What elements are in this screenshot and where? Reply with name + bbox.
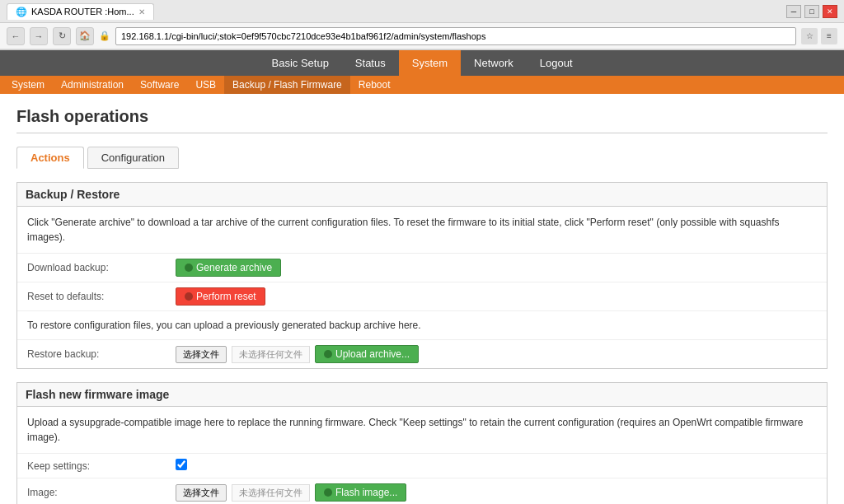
url-input[interactable] [115, 27, 796, 45]
title-bar-left: 🌐 KASDA ROUTER :Hom... ✕ [7, 3, 154, 20]
restore-backup-action: 选择文件 未选择任何文件 Upload archive... [166, 340, 827, 368]
browser-tab[interactable]: 🌐 KASDA ROUTER :Hom... ✕ [7, 3, 154, 20]
nav-status[interactable]: Status [342, 50, 399, 76]
generate-archive-button[interactable]: Generate archive [176, 259, 281, 277]
router-ui: Basic Setup Status System Network Logout… [0, 50, 844, 504]
browser-chrome: 🌐 KASDA ROUTER :Hom... ✕ ─ □ ✕ ← → ↻ 🏠 🔒… [0, 0, 844, 50]
restore-file-choose-button[interactable]: 选择文件 [176, 346, 227, 363]
image-file-label: 未选择任何文件 [232, 484, 310, 502]
back-button[interactable]: ← [7, 27, 25, 45]
title-bar: 🌐 KASDA ROUTER :Hom... ✕ ─ □ ✕ [0, 0, 844, 23]
content-area: Flash operations Actions Configuration B… [0, 94, 844, 504]
sub-nav: System Administration Software USB Backu… [0, 76, 844, 94]
download-backup-label: Download backup: [17, 254, 166, 282]
maximize-button[interactable]: □ [804, 5, 819, 18]
nav-logout[interactable]: Logout [527, 50, 586, 76]
nav-basic-setup[interactable]: Basic Setup [258, 50, 341, 76]
backup-form-table: Download backup: Generate archive Reset … [17, 254, 827, 310]
image-file-choose-button[interactable]: 选择文件 [176, 484, 227, 502]
minimize-button[interactable]: ─ [786, 5, 801, 18]
lock-icon: 🔒 [99, 30, 110, 41]
tab-favicon: 🌐 [16, 7, 27, 17]
restore-backup-label: Restore backup: [17, 340, 166, 368]
image-label: Image: [17, 478, 166, 505]
image-action: 选择文件 未选择任何文件 Flash image... [166, 478, 827, 505]
tab-actions[interactable]: Actions [16, 147, 84, 169]
flash-section-content: Keep settings: Image: 选择文件 未选择任何文件 Flash… [17, 454, 827, 504]
subnav-usb[interactable]: USB [187, 76, 224, 94]
flash-image-button[interactable]: Flash image... [315, 483, 406, 502]
address-bar: ← → ↻ 🏠 🔒 ☆ ≡ [0, 23, 844, 49]
tab-close-icon[interactable]: ✕ [138, 7, 145, 16]
backup-restore-section: Backup / Restore Click "Generate archive… [16, 182, 828, 369]
keep-settings-checkbox[interactable] [176, 459, 187, 470]
restore-description: To restore configuration files, you can … [17, 310, 827, 340]
keep-settings-label: Keep settings: [17, 454, 166, 478]
home-button[interactable]: 🏠 [76, 27, 94, 45]
restore-file-input-area: 选择文件 未选择任何文件 Upload archive... [176, 345, 817, 363]
flash-section-desc: Upload a sysupgrade-compatible image her… [17, 407, 827, 454]
subnav-software[interactable]: Software [132, 76, 187, 94]
reset-defaults-action: Perform reset [166, 282, 827, 311]
subnav-administration[interactable]: Administration [53, 76, 132, 94]
nav-system[interactable]: System [399, 50, 461, 76]
restore-backup-row: Restore backup: 选择文件 未选择任何文件 Upload arch… [17, 340, 827, 368]
reset-defaults-label: Reset to defaults: [17, 282, 166, 311]
backup-section-desc: Click "Generate archive" to download a t… [17, 207, 827, 254]
keep-settings-action [166, 454, 827, 478]
upload-archive-button[interactable]: Upload archive... [315, 345, 419, 363]
subnav-system[interactable]: System [3, 76, 53, 94]
subnav-reboot[interactable]: Reboot [350, 76, 399, 94]
close-button[interactable]: ✕ [823, 5, 837, 18]
tab-configuration[interactable]: Configuration [87, 147, 179, 169]
forward-button[interactable]: → [30, 27, 48, 45]
perform-reset-button[interactable]: Perform reset [176, 287, 265, 306]
image-row: Image: 选择文件 未选择任何文件 Flash image... [17, 478, 827, 505]
tab-title: KASDA ROUTER :Hom... [31, 7, 134, 16]
restore-file-label: 未选择任何文件 [232, 346, 310, 363]
subnav-backup-flash[interactable]: Backup / Flash Firmware [224, 76, 350, 94]
refresh-button[interactable]: ↻ [53, 27, 71, 45]
star-icon[interactable]: ☆ [801, 28, 818, 44]
keep-settings-row: Keep settings: [17, 454, 827, 478]
page-title: Flash operations [16, 107, 828, 133]
flash-form-table: Keep settings: Image: 选择文件 未选择任何文件 Flash… [17, 454, 827, 504]
restore-form-table: Restore backup: 选择文件 未选择任何文件 Upload arch… [17, 340, 827, 368]
window-controls: ─ □ ✕ [786, 5, 837, 18]
reset-defaults-row: Reset to defaults: Perform reset [17, 282, 827, 311]
download-backup-row: Download backup: Generate archive [17, 254, 827, 282]
backup-section-content: Download backup: Generate archive Reset … [17, 254, 827, 368]
download-backup-action: Generate archive [166, 254, 827, 282]
flash-section-title: Flash new firmware image [17, 383, 827, 407]
menu-icon[interactable]: ≡ [821, 28, 837, 44]
nav-network[interactable]: Network [461, 50, 527, 76]
content-tabs: Actions Configuration [16, 147, 828, 169]
browser-icons: ☆ ≡ [801, 28, 837, 44]
image-file-input-area: 选择文件 未选择任何文件 Flash image... [176, 483, 817, 502]
backup-section-title: Backup / Restore [17, 183, 827, 207]
top-nav: Basic Setup Status System Network Logout [0, 50, 844, 76]
flash-firmware-section: Flash new firmware image Upload a sysupg… [16, 382, 828, 504]
